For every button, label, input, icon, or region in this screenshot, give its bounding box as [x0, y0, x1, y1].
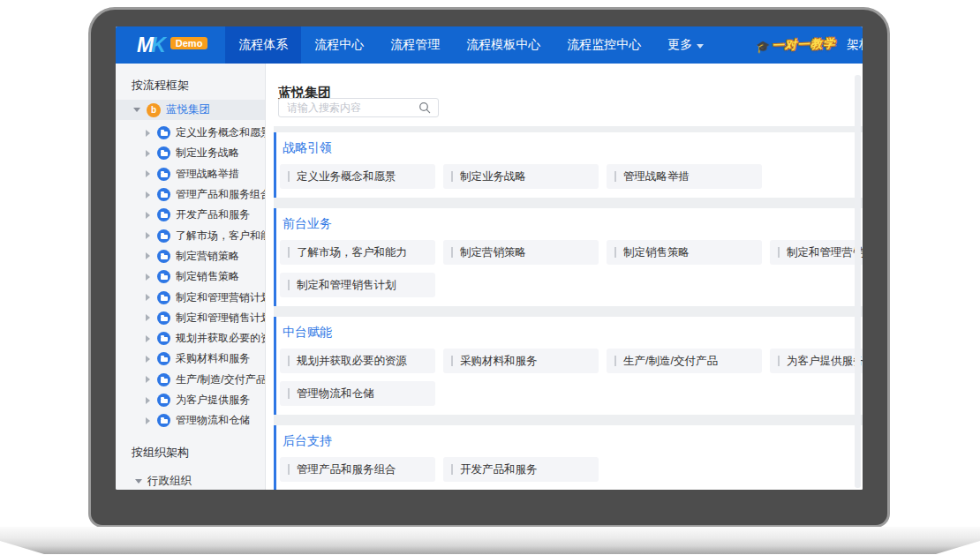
- tree-item-process[interactable]: 开发产品和服务: [116, 205, 265, 225]
- section-gap: [274, 126, 863, 132]
- caret-down-icon[interactable]: [135, 479, 142, 484]
- caret-right-icon[interactable]: [146, 417, 150, 424]
- laptop-base: [0, 527, 980, 554]
- section-title: 中台赋能: [283, 323, 863, 341]
- nav-tabs: 流程体系 流程中心 流程管理 流程模板中心 流程监控中心 更多: [225, 26, 717, 64]
- tree-item-process[interactable]: 定义业务概念和愿景: [116, 123, 265, 143]
- caret-right-icon[interactable]: [146, 397, 150, 404]
- tree-item-process[interactable]: 规划并获取必要的资源: [116, 328, 265, 349]
- caret-right-icon[interactable]: [146, 376, 150, 383]
- nav-tab-process-system[interactable]: 流程体系: [225, 26, 301, 64]
- folder-icon: [157, 229, 170, 243]
- caret-right-icon[interactable]: [146, 191, 150, 199]
- laptop-mockup: M K Demo 流程体系 流程中心 流程管理 流程模板中心 流程监控中心 更多…: [0, 0, 980, 555]
- process-card[interactable]: 为客户提供服务: [770, 349, 863, 373]
- tree-item-process[interactable]: 采购材料和服务: [116, 349, 265, 369]
- tree-item-process[interactable]: 管理产品和服务组合: [116, 184, 265, 205]
- folder-icon: [157, 270, 170, 283]
- folder-icon: [157, 146, 170, 160]
- tree-root-company[interactable]: b 蓝悦集团: [116, 100, 265, 120]
- chevron-down-icon: [697, 44, 704, 49]
- nav-tab-process-monitor-center[interactable]: 流程监控中心: [554, 26, 654, 64]
- folder-icon: [157, 208, 170, 221]
- sidebar-header-by-org: 按组织架构: [132, 446, 265, 459]
- graduation-cap-icon: 🎓: [756, 40, 771, 54]
- caret-right-icon[interactable]: [146, 150, 150, 157]
- folder-icon: [157, 414, 170, 427]
- process-card[interactable]: 采购材料和服务: [443, 349, 599, 373]
- process-card[interactable]: 制定业务战略: [443, 164, 599, 189]
- tree-item-process[interactable]: 制定营销策略: [116, 246, 265, 266]
- process-card[interactable]: 制定和管理销售计划: [280, 273, 435, 297]
- process-card[interactable]: 制定销售策略: [607, 240, 762, 265]
- tree-root-admin-org[interactable]: 行政组织: [116, 471, 265, 490]
- caret-right-icon[interactable]: [146, 252, 150, 259]
- app-logo[interactable]: M K Demo: [116, 26, 225, 64]
- process-card[interactable]: 规划并获取必要的资源: [280, 349, 435, 373]
- nav-tab-process-template-center[interactable]: 流程模板中心: [453, 26, 554, 64]
- folder-icon: [157, 394, 170, 407]
- tree-item-process[interactable]: 制定销售策略: [116, 266, 265, 287]
- caret-right-icon[interactable]: [146, 130, 150, 137]
- section-gap: [274, 415, 863, 425]
- folder-icon: [157, 188, 170, 201]
- caret-right-icon[interactable]: [146, 356, 150, 363]
- tree-item-process[interactable]: 生产/制造/交付产品: [116, 370, 265, 390]
- folder-icon: [157, 291, 170, 304]
- nav-tab-more[interactable]: 更多: [654, 26, 717, 64]
- section-front-office: 前台业务 了解市场，客户和能力制定营销策略制定销售策略制定和管理营销计划制定和管…: [274, 208, 863, 306]
- app-screen: M K Demo 流程体系 流程中心 流程管理 流程模板中心 流程监控中心 更多…: [116, 26, 863, 490]
- nav-right-area: 🎓 一对一教学 架构: [756, 26, 863, 64]
- one-on-one-tutoring-badge[interactable]: 🎓 一对一教学: [756, 35, 836, 54]
- sidebar: 按流程框架 b 蓝悦集团 定义业务概念和愿景 制定业务战略: [116, 64, 266, 490]
- search-icon[interactable]: [418, 101, 431, 114]
- process-card[interactable]: 定义业务概念和愿景: [280, 164, 435, 189]
- nav-item-architecture[interactable]: 架构: [847, 37, 863, 53]
- sidebar-header-by-process: 按流程框架: [132, 79, 265, 92]
- caret-down-icon[interactable]: [133, 108, 140, 112]
- logo-letter-m: M: [137, 34, 152, 57]
- demo-badge: Demo: [170, 37, 208, 49]
- caret-right-icon[interactable]: [146, 212, 150, 219]
- tree-item-process[interactable]: 制定和管理销售计划: [116, 308, 265, 328]
- nav-tab-process-center[interactable]: 流程中心: [301, 26, 377, 64]
- section-back-office: 后台支持 管理产品和服务组合开发产品和服务: [274, 425, 863, 490]
- caret-right-icon[interactable]: [146, 274, 150, 281]
- folder-icon: [157, 332, 170, 345]
- top-navbar: M K Demo 流程体系 流程中心 流程管理 流程模板中心 流程监控中心 更多…: [116, 26, 863, 64]
- company-icon: b: [147, 103, 161, 117]
- process-sections: 战略引领 定义业务概念和愿景制定业务战略管理战略举措 前台业务 了解市场，客户和…: [274, 126, 863, 490]
- search-input[interactable]: [279, 101, 418, 114]
- folder-icon: [157, 352, 170, 365]
- caret-right-icon[interactable]: [146, 335, 150, 342]
- vertical-scrollbar[interactable]: [855, 75, 861, 488]
- tree-item-process[interactable]: 为客户提供服务: [116, 390, 265, 410]
- tree-item-process[interactable]: 制定业务战略: [116, 143, 265, 163]
- process-card[interactable]: 制定和管理营销计划: [770, 240, 863, 265]
- main-content: 蓝悦集团 战略引领 定义业务概念和愿景制定业务战略管理战略举措: [266, 64, 863, 490]
- caret-right-icon[interactable]: [146, 294, 150, 301]
- process-card[interactable]: 管理战略举措: [607, 164, 762, 189]
- caret-right-icon[interactable]: [146, 314, 150, 321]
- nav-tab-process-management[interactable]: 流程管理: [377, 26, 453, 64]
- process-card[interactable]: 生产/制造/交付产品: [607, 349, 762, 373]
- search-box: [278, 98, 439, 117]
- section-title: 后台支持: [283, 431, 863, 449]
- section-title: 战略引领: [283, 139, 863, 156]
- section-gap: [274, 306, 863, 317]
- folder-icon: [157, 126, 170, 139]
- section-gap: [274, 198, 863, 208]
- tree-item-process[interactable]: 管理物流和仓储: [116, 410, 265, 431]
- section-title: 前台业务: [283, 214, 863, 232]
- folder-icon: [157, 373, 170, 386]
- tree-item-process[interactable]: 管理战略举措: [116, 164, 265, 184]
- caret-right-icon[interactable]: [146, 170, 150, 177]
- tree-item-process[interactable]: 制定和管理营销计划: [116, 287, 265, 307]
- process-card[interactable]: 管理产品和服务组合: [280, 457, 435, 482]
- process-card[interactable]: 了解市场，客户和能力: [280, 240, 435, 265]
- process-card[interactable]: 开发产品和服务: [443, 457, 599, 482]
- tree-item-process[interactable]: 了解市场，客户和能力: [116, 225, 265, 245]
- process-card[interactable]: 制定营销策略: [443, 240, 599, 265]
- caret-right-icon[interactable]: [146, 232, 150, 239]
- process-card[interactable]: 管理物流和仓储: [280, 381, 435, 406]
